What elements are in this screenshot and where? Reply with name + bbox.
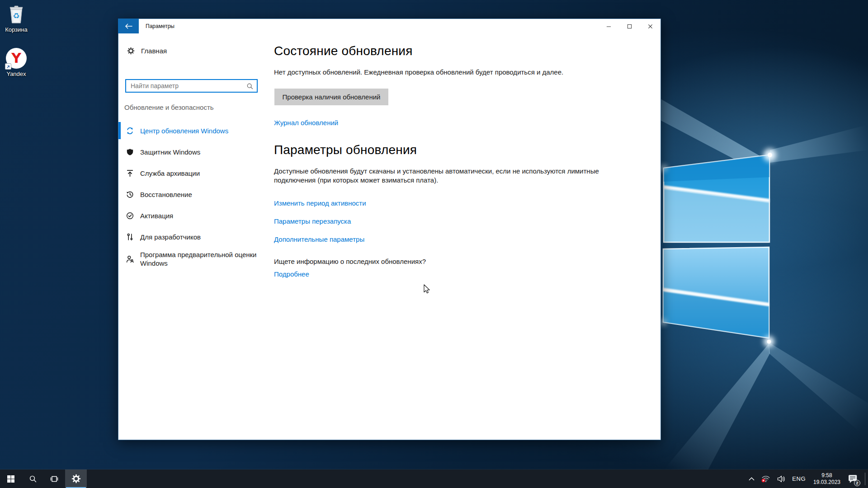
sidebar-item-home[interactable]: Главная [127,44,167,57]
language-indicator[interactable]: ENG [791,469,807,488]
restart-options-link[interactable]: Параметры перезапуска [274,217,351,225]
advanced-options-link[interactable]: Дополнительные параметры [274,235,364,243]
close-icon [648,24,653,29]
windows-logo-icon [7,475,14,483]
info-question-text: Ищете информацию о последних обновлениях… [274,257,426,266]
desktop-icon-yandex[interactable]: Y Yandex [0,48,33,77]
desktop-icon-label: Yandex [0,70,33,77]
back-arrow-icon [125,23,132,29]
options-heading: Параметры обновления [274,143,417,157]
clock[interactable]: 9:58 19.03.2023 [811,469,842,488]
home-label: Главная [141,47,167,55]
gear-icon [71,474,81,483]
sync-icon [126,127,134,135]
volume-button[interactable] [776,469,786,488]
status-heading: Состояние обновления [274,44,413,58]
network-disconnected-icon [761,475,770,483]
sidebar-nav: Центр обновления Windows Защитник Window… [118,122,270,268]
show-desktop-button[interactable] [865,473,865,485]
maximize-button[interactable] [619,19,640,33]
search-input[interactable] [126,80,246,92]
desktop-icon-recycle-bin[interactable]: ♻ Корзина [0,4,33,33]
sidebar-item-developers[interactable]: Для разработчиков [118,228,270,245]
system-tray: ENG 9:58 19.03.2023 2 [748,469,868,488]
sidebar-item-recovery[interactable]: Восстановление [118,186,270,203]
minimize-icon [606,24,611,29]
minimize-button[interactable] [598,19,619,33]
settings-content: Состояние обновления Нет доступных обнов… [274,33,660,440]
tray-chevron-button[interactable] [748,469,755,488]
search-box [125,79,258,93]
learn-more-link[interactable]: Подробнее [274,270,309,278]
backup-icon [126,169,134,177]
chevron-up-icon [749,477,755,481]
desktop: ♻ Корзина Y Yandex Параметры [0,0,868,488]
shortcut-arrow-icon [5,63,11,70]
svg-text:♻: ♻ [13,11,19,20]
search-icon [29,475,37,483]
sidebar-item-backup[interactable]: Служба архивации [118,164,270,182]
maximize-icon [627,24,632,29]
network-status-button[interactable] [760,469,771,488]
speaker-icon [777,475,785,483]
clock-date: 19.03.2023 [813,479,840,486]
sidebar-item-defender[interactable]: Защитник Windows [118,143,270,160]
clock-time: 9:58 [821,472,832,479]
developer-tools-icon [126,233,134,241]
task-view-icon [50,474,59,483]
gear-icon [127,47,135,55]
back-button[interactable] [118,19,139,33]
recycle-bin-icon: ♻ [0,4,33,24]
taskbar-settings-button[interactable] [65,469,87,488]
insider-person-icon [126,255,134,263]
titlebar: Параметры [118,19,660,33]
sidebar-section-label: Обновление и безопасность [124,103,214,111]
activation-check-icon [126,212,134,220]
yandex-browser-icon: Y [6,48,27,69]
sidebar-item-activation[interactable]: Активация [118,207,270,224]
shield-icon [126,148,134,156]
taskbar: ENG 9:58 19.03.2023 2 [0,469,868,488]
status-text: Нет доступных обновлений. Ежедневная про… [274,68,563,77]
notification-badge: 2 [854,480,860,486]
start-button[interactable] [0,469,22,488]
taskbar-search-button[interactable] [22,469,43,488]
recovery-icon [126,191,134,198]
options-text: Доступные обновления будут скачаны и уст… [274,167,642,185]
close-button[interactable] [640,19,660,33]
settings-sidebar: Главная Обновление и безопасность Центр … [118,33,270,440]
active-hours-link[interactable]: Изменить период активности [274,199,366,207]
desktop-icon-label: Корзина [0,26,33,33]
settings-window: Параметры Главная Обновление и безопасно… [118,19,661,440]
task-view-button[interactable] [43,469,65,488]
sidebar-item-insider-program[interactable]: Программа предварительной оценки Windows [118,249,268,268]
check-updates-button[interactable]: Проверка наличия обновлений [274,89,388,105]
notification-center-button[interactable]: 2 [847,469,859,488]
window-title: Параметры [146,19,175,33]
sidebar-item-windows-update[interactable]: Центр обновления Windows [118,122,270,139]
selected-indicator [118,122,121,139]
search-icon[interactable] [246,83,253,89]
update-history-link[interactable]: Журнал обновлений [274,119,338,127]
